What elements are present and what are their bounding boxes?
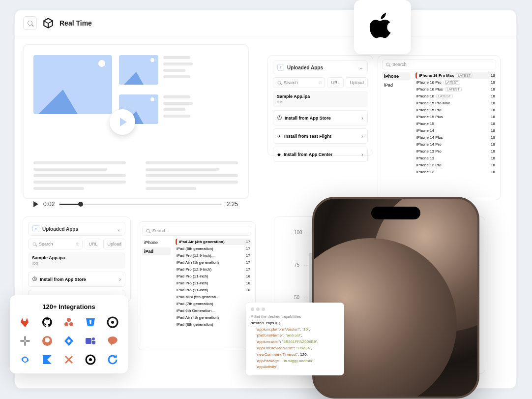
uploaded-apps-header[interactable]: ↑ Uploaded Apps	[273, 61, 368, 74]
play-button[interactable]	[110, 109, 135, 135]
thumbnail-small	[119, 55, 158, 85]
uploaded-apps-header[interactable]: ↑ Uploaded Apps	[28, 222, 125, 236]
chevron-down-icon	[359, 64, 363, 71]
device-item[interactable]: iPad Mini (5th generati..	[176, 294, 251, 300]
device-item[interactable]: iPhone 15 Pro18	[415, 107, 496, 113]
chevron-right-icon	[361, 151, 363, 158]
device-item[interactable]: iPad Pro (12.9 inch)...17	[176, 252, 251, 259]
gitlab-icon	[19, 316, 31, 328]
device-item[interactable]: iPad Air (4th generation)17	[176, 239, 251, 245]
device-item[interactable]: iPhone 1218	[415, 169, 496, 175]
category-ipad[interactable]: iPad	[142, 247, 171, 255]
install-from-appcenter[interactable]: ◆Install from App Center	[273, 147, 368, 162]
device-item[interactable]: iPhone 16 PlusLATEST18	[415, 86, 496, 92]
apple-icon	[369, 13, 396, 41]
device-item[interactable]: iPhone 1318	[415, 155, 496, 161]
filter-icon: ⎚	[76, 242, 79, 246]
search-icon	[386, 63, 390, 66]
svg-rect-7	[20, 340, 25, 342]
uploaded-apps-label: Uploaded Apps	[287, 65, 323, 70]
url-button[interactable]: URL	[327, 77, 344, 88]
install-from-app-store[interactable]: ⒶInstall from App Store	[273, 110, 368, 125]
sample-app-name: Sample App.ipa	[277, 94, 364, 99]
testflight-icon: ✈	[277, 134, 281, 139]
device-search-input[interactable]: Search	[142, 226, 251, 236]
device-item[interactable]: iPhone 1418	[415, 127, 496, 134]
device-item[interactable]: iPad 6th Generation...	[176, 307, 251, 314]
rocketchat-icon	[107, 335, 118, 347]
uploaded-apps-panel: ↑ Uploaded Apps Search⎚ URL Upload Sampl…	[267, 55, 373, 156]
svg-rect-8	[26, 340, 30, 342]
jira-icon	[63, 335, 75, 347]
axis-tick: 75	[294, 262, 299, 268]
device-item[interactable]: iPad Air (3th generation)17	[176, 259, 251, 266]
apps-search-input[interactable]: Search⎚	[28, 239, 83, 249]
device-item[interactable]: iPad (7th generation)1	[176, 301, 251, 307]
circleci-icon	[107, 316, 118, 328]
device-item[interactable]: iPad Air (4th generation)	[176, 314, 251, 321]
search-icon	[278, 81, 281, 85]
code-comment: # Set the desired capabilities	[251, 314, 339, 320]
category-ipad[interactable]: iPad	[382, 81, 411, 89]
device-item[interactable]: iPad Pro (11-inch)16	[176, 273, 251, 279]
url-button[interactable]: URL	[85, 239, 101, 249]
install-from-app-store[interactable]: ⒶInstall from App Store	[28, 272, 125, 287]
time-end: 2:25	[227, 201, 238, 208]
sample-app-row[interactable]: Sample App.ipa iOS	[273, 91, 368, 107]
sample-app-row[interactable]: Sample App.ipa iOS	[28, 252, 125, 269]
category-iphone[interactable]: iPhone	[142, 239, 171, 246]
svg-point-12	[92, 338, 95, 340]
appstore-icon: Ⓐ	[277, 115, 282, 121]
seek-bar[interactable]: 0:02 2:25	[33, 201, 238, 208]
code-line: desired_caps = {	[251, 320, 339, 327]
apps-search-input[interactable]: Search⎚	[273, 77, 325, 88]
sample-app-platform: iOS	[277, 100, 364, 104]
search-icon	[28, 21, 32, 26]
device-item[interactable]: iPad Pro (11-inch)16	[176, 287, 251, 293]
svg-point-2	[69, 322, 73, 326]
device-item[interactable]: iPhone 16LATEST18	[415, 93, 496, 99]
device-search-input[interactable]: Search	[382, 60, 496, 69]
svg-point-10	[45, 338, 50, 342]
device-item[interactable]: iPhone 1518	[415, 121, 496, 127]
chevron-right-icon	[361, 132, 363, 140]
device-item[interactable]: iPad (8th generation)	[176, 321, 251, 328]
device-item[interactable]: iPad Pro (11-inch)16	[176, 280, 251, 286]
newrelic-icon	[85, 354, 96, 366]
category-iphone[interactable]: iPhone	[382, 72, 411, 80]
search-icon	[33, 243, 36, 246]
svg-rect-5	[24, 336, 26, 340]
search-icon	[147, 229, 150, 233]
uploaded-apps-panel-lower: ↑ Uploaded Apps Search⎚ URL Upload Sampl…	[23, 216, 131, 303]
page-title: Real Time	[59, 19, 92, 27]
upload-button[interactable]: Upload	[346, 77, 368, 88]
device-item[interactable]: iPhone 15 Pro Max18	[415, 100, 496, 106]
teams-icon	[85, 335, 96, 347]
device-item[interactable]: iPhone 14 Plus18	[415, 134, 496, 141]
device-item[interactable]: iPhone 15 Plus18	[415, 114, 496, 120]
svg-point-1	[64, 322, 68, 326]
bitbucket-icon	[85, 316, 96, 328]
filter-icon: ⎚	[319, 80, 321, 85]
time-start: 0:02	[43, 201, 55, 208]
device-item[interactable]: iPhone 14 Pro18	[415, 141, 496, 148]
tools-icon	[63, 354, 75, 366]
device-item[interactable]: iPad (8th generation)17	[176, 246, 251, 252]
appcenter-icon: ◆	[277, 152, 281, 157]
github-icon	[41, 316, 53, 328]
asana-icon	[63, 316, 75, 328]
header: Real Time	[15, 10, 516, 36]
axis-tick: 100	[294, 230, 302, 235]
device-item[interactable]: iPad Pro (12.9-inch)17	[176, 266, 251, 273]
chevron-right-icon	[119, 276, 121, 283]
device-item[interactable]: iPhone 16 ProLATEST18	[415, 79, 496, 86]
device-list-ipad: Search iPhone iPad iPad Air (4th generat…	[138, 221, 256, 350]
device-item[interactable]: iPhone 13 Pro18	[415, 148, 496, 154]
device-item[interactable]: iPhone 12 Pro18	[415, 162, 496, 168]
install-from-testflight[interactable]: ✈Install from Test Flight	[273, 128, 368, 144]
search-button[interactable]	[23, 16, 37, 30]
kotlin-icon	[41, 354, 53, 366]
upload-button[interactable]: Upload	[103, 239, 125, 249]
device-item[interactable]: iPhone 16 Pro MaxLATEST18	[415, 72, 496, 79]
svg-point-14	[89, 358, 92, 361]
